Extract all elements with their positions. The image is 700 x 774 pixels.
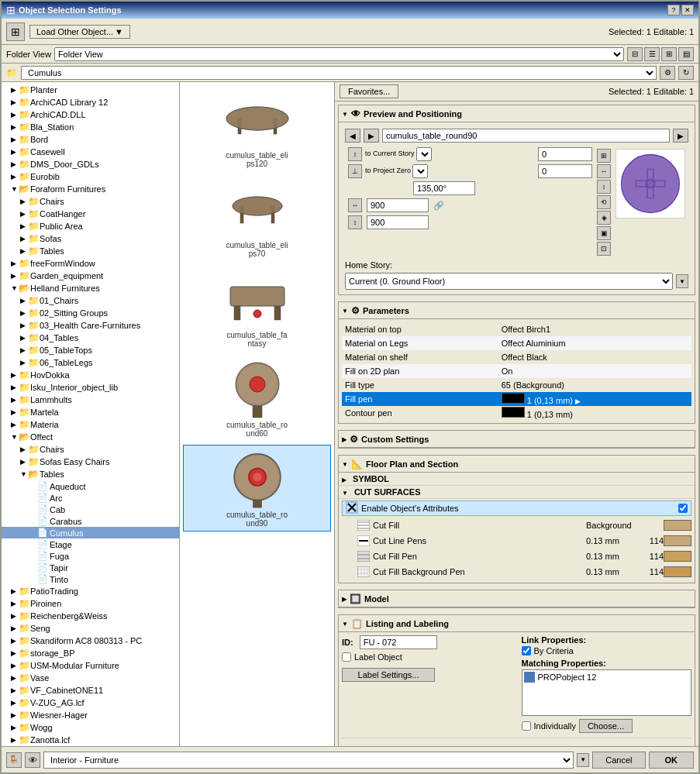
tree-item-materia[interactable]: ▶ 📁 Materia [2, 418, 179, 431]
tree-item-casewell[interactable]: ▶ 📁 Casewell [2, 146, 179, 158]
individually-checkbox[interactable] [522, 721, 531, 731]
favorites-button[interactable]: Favorites... [340, 84, 398, 98]
tree-item-usm[interactable]: ▶ 📁 USM-Modular Furniture [2, 659, 179, 672]
tree-item-bord[interactable]: ▶ 📁 Bord [2, 133, 179, 146]
param-row-5[interactable]: Fill type 65 (Background) [342, 378, 691, 392]
interior-icon[interactable]: 🪑 [6, 752, 22, 768]
enable-checkbox[interactable] [678, 504, 688, 513]
tree-item-dms[interactable]: ▶ 📁 DMS_Door_GDLs [2, 158, 179, 170]
tree-item-tables2[interactable]: ▼ 📂 Tables [2, 468, 179, 480]
param-row-7[interactable]: Contour pen 1 (0,13 mm) [342, 406, 691, 420]
obj-item-2[interactable]: cumulus_table_elips70 [183, 175, 331, 262]
cut-fill-row[interactable]: Cut Fill Background [339, 518, 695, 533]
obj-item-5[interactable]: cumulus_table_round90 [183, 445, 331, 531]
tree-item-chairs2[interactable]: ▶ 📁 Chairs [2, 443, 179, 456]
tree-item-02sitting[interactable]: ▶ 📁 02_Sitting Groups [2, 307, 179, 319]
story-dropdown[interactable]: ▼ [416, 147, 432, 161]
tree-item-planter[interactable]: ▶ 📁 Planter [2, 84, 179, 96]
custom-settings-header[interactable]: ⚙ Custom Settings [339, 431, 695, 448]
width-input[interactable]: 900 [367, 198, 429, 212]
tree-item-lammhults[interactable]: ▶ 📁 Lammhults [2, 394, 179, 406]
to-current-story-input[interactable]: 0 [538, 147, 592, 161]
view-icon-4[interactable]: ⟲ [597, 195, 611, 209]
parameters-section-header[interactable]: ⚙ Parameters [339, 302, 695, 319]
id-input[interactable]: FU - 072 [360, 635, 437, 649]
view-icon-1[interactable]: ⊞ [597, 149, 611, 163]
floor-plan-header[interactable]: 📐 Floor Plan and Section [339, 456, 695, 473]
tree-item-chairs1[interactable]: ▶ 📁 Chairs [2, 195, 179, 208]
tree-item-carabus[interactable]: 📄 Carabus [2, 515, 179, 527]
tree-item-wiesner[interactable]: ▶ 📁 Wiesner-Hager [2, 709, 179, 721]
tree-item-cab[interactable]: 📄 Cab [2, 504, 179, 515]
tree-item-garden[interactable]: ▶ 📁 Garden_equipment [2, 270, 179, 282]
load-other-button[interactable]: Load Other Object... ▼ [29, 25, 130, 39]
view-icon-2[interactable]: ↔ [597, 164, 611, 178]
tree-item-arc[interactable]: 📄 Arc [2, 492, 179, 504]
folder-view-select[interactable]: Folder View [54, 47, 624, 61]
by-criteria-checkbox[interactable] [522, 646, 531, 655]
middle-panel[interactable]: cumulus_table_elips120 cumulus_table_eli… [180, 82, 335, 746]
view-btn-4[interactable]: ▤ [678, 47, 694, 61]
view-btn-1[interactable]: ⊟ [627, 47, 643, 61]
prev-button[interactable]: ◀ [345, 129, 360, 143]
tree-item-freeform[interactable]: ▶ 📁 freeFormWindow [2, 257, 179, 270]
angle-input[interactable]: 135,00° [413, 181, 475, 195]
obj-item-4[interactable]: cumulus_table_round60 [183, 355, 331, 442]
toolbar-icon[interactable]: ⊞ [6, 22, 25, 41]
tree-item-martela[interactable]: ▶ 📁 Martela [2, 406, 179, 418]
tree-item-helland[interactable]: ▼ 📂 Helland Furnitures [2, 282, 179, 294]
view-icon-3[interactable]: ↕ [597, 180, 611, 194]
param-row-3[interactable]: Material on shelf Offect Black [342, 350, 691, 364]
label-object-checkbox[interactable] [342, 652, 351, 662]
view-icon-6[interactable]: ▣ [597, 226, 611, 240]
tree-item-01chairs[interactable]: ▶ 📁 01_Chairs [2, 294, 179, 307]
cumulus-refresh-btn[interactable]: ↻ [678, 66, 694, 80]
tree-item-sofas1[interactable]: ▶ 📁 Sofas [2, 232, 179, 245]
cumulus-settings-btn[interactable]: ⚙ [660, 66, 675, 80]
tree-item-cumulus[interactable]: 📄 Cumulus [2, 527, 179, 538]
enable-attrs-row[interactable]: Enable Object's Attributes [342, 501, 691, 516]
tree-item-archicad-lib[interactable]: ▶ 📁 ArchiCAD Library 12 [2, 96, 179, 108]
tree-item-isku[interactable]: ▶ 📁 Isku_Interior_object_lib [2, 381, 179, 394]
cut-fill-bg-pen-row[interactable]: Cut Fill Background Pen 0.13 mm 114 [339, 564, 695, 580]
view-icon-5[interactable]: ◈ [597, 211, 611, 225]
tree-item-vzug[interactable]: ▶ 📁 V-ZUG_AG.lcf [2, 697, 179, 709]
param-row-1[interactable]: Material on top Offect Birch1 [342, 322, 691, 336]
preview-section-header[interactable]: 👁 Preview and Positioning [339, 105, 695, 122]
tree-item-storage-bp[interactable]: ▶ 📁 storage_BP [2, 647, 179, 659]
tree-item-coathanger[interactable]: ▶ 📁 CoatHanger [2, 208, 179, 220]
obj-item-3[interactable]: cumulus_table_fantasy [183, 265, 331, 352]
model-section-header[interactable]: 🔲 Model [339, 590, 695, 607]
tree-item-patiotrading[interactable]: ▶ 📁 PatioTrading [2, 585, 179, 597]
tree-item-skandiform[interactable]: ▶ 📁 Skandiform AC8 080313 - PC [2, 635, 179, 647]
param-row-2[interactable]: Material on Legs Offect Aluminium [342, 336, 691, 350]
label-settings-button[interactable]: Label Settings... [342, 668, 435, 682]
tree-item-fuga[interactable]: 📄 Fuga [2, 550, 179, 562]
param-row-6[interactable]: Fill pen 1 (0,13 mm) ▶ [342, 392, 691, 406]
tree-item-tinto[interactable]: 📄 Tinto [2, 573, 179, 585]
tree-item-foraform[interactable]: ▼ 📂 Foraform Furnitures [2, 183, 179, 195]
symbol-row[interactable]: SYMBOL [339, 473, 695, 486]
tree-item-vf-cabinet[interactable]: ▶ 📁 VF_CabinetONE11 [2, 684, 179, 697]
cut-fill-pen-row[interactable]: Cut Fill Pen 0.13 mm 114 [339, 549, 695, 564]
obj-item-1[interactable]: cumulus_table_elips120 [183, 85, 331, 172]
tree-item-sofas-easy[interactable]: ▶ 📁 Sofas Easy Chairs [2, 456, 179, 468]
tree-item-vase[interactable]: ▶ 📁 Vase [2, 672, 179, 684]
choose-button[interactable]: Choose... [579, 719, 633, 733]
floor-plan-type-select[interactable]: Interior - Furniture [43, 752, 574, 769]
cumulus-select[interactable]: Cumulus [21, 66, 657, 80]
match-list[interactable]: PROPobject 12 [522, 669, 692, 716]
tree-item-seng[interactable]: ▶ 📁 Seng [2, 622, 179, 635]
project-zero-dropdown[interactable]: ▼ [412, 164, 428, 178]
view-btn-3[interactable]: ⊞ [661, 47, 677, 61]
cut-line-pens-row[interactable]: Cut Line Pens 0.13 mm 114 [339, 533, 695, 549]
tree-item-hovdokka[interactable]: ▶ 📁 HovDokka [2, 369, 179, 381]
tree-item-06tablelegs[interactable]: ▶ 📁 06_TableLegs [2, 356, 179, 369]
tree-item-reichenberg[interactable]: ▶ 📁 Reichenberg&Weiss [2, 610, 179, 622]
close-button[interactable]: ✕ [681, 5, 694, 15]
match-item-1[interactable]: PROPobject 12 [524, 672, 690, 683]
view-btn-2[interactable]: ☰ [644, 47, 660, 61]
tree-item-tables1[interactable]: ▶ 📁 Tables [2, 245, 179, 257]
param-row-4[interactable]: Fill on 2D plan On [342, 364, 691, 378]
params-scroll[interactable]: Material on top Offect Birch1 Material o… [342, 322, 691, 420]
